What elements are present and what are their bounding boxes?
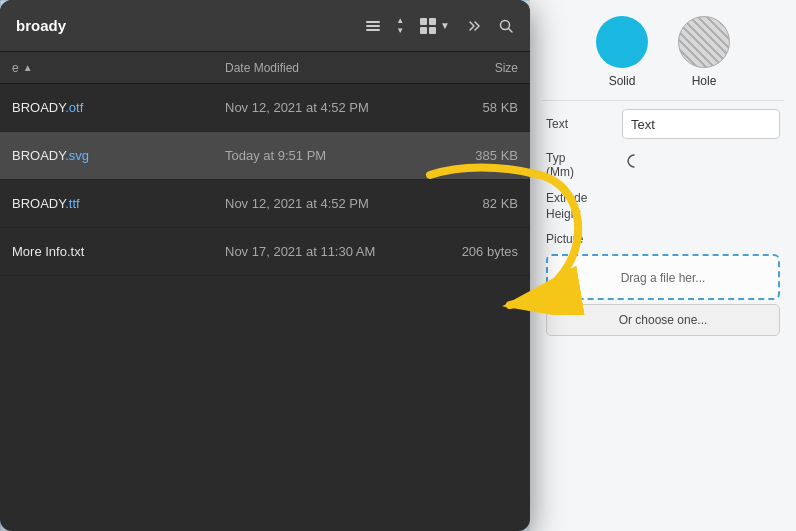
table-row[interactable]: BROADY.svg Today at 9:51 PM 385 KB (0, 132, 530, 180)
hole-shape-option[interactable]: Hole (678, 16, 730, 88)
col-size-header[interactable]: Size (438, 61, 518, 75)
hole-label: Hole (692, 74, 717, 88)
file-ext: .otf (65, 100, 83, 115)
solid-label: Solid (609, 74, 636, 88)
extrude-label: Extrude Height (546, 189, 622, 222)
file-size: 206 bytes (438, 244, 518, 259)
side-panel: Solid Hole Text Text Typ (Mm) (530, 0, 796, 531)
col-size-label: Size (495, 61, 518, 75)
text-label: Text (546, 117, 622, 131)
table-row[interactable]: BROADY.ttf Nov 12, 2021 at 4:52 PM 82 KB (0, 180, 530, 228)
shapes-selector: Solid Hole (542, 16, 784, 88)
search-icon[interactable] (498, 18, 514, 34)
col-date-header[interactable]: Date Modified (225, 61, 438, 75)
solid-circle (596, 16, 648, 68)
col-name-header[interactable]: e ▲ (12, 61, 225, 75)
table-row[interactable]: BROADY.otf Nov 12, 2021 at 4:52 PM 58 KB (0, 84, 530, 132)
file-name-text: More Info.txt (12, 244, 84, 259)
drag-drop-text: Drag a file her... (621, 271, 706, 285)
picture-field-row: Picture (542, 232, 784, 246)
file-name-text: BROADY (12, 100, 65, 115)
text-input[interactable]: Text (622, 109, 780, 139)
grid-icon (420, 18, 436, 34)
sort-asc-icon: ▲ (23, 62, 33, 73)
toolbar-icons: ▲ ▼ ▼ (366, 16, 514, 35)
file-name-text: BROADY (12, 196, 65, 211)
sort-direction-icon[interactable]: ▲ ▼ (396, 16, 404, 35)
col-name-label: e (12, 61, 19, 75)
hole-circle (678, 16, 730, 68)
type-icon (622, 149, 646, 173)
file-date: Nov 12, 2021 at 4:52 PM (225, 196, 438, 211)
text-field-row: Text Text (542, 109, 784, 139)
extrude-field-row: Extrude Height (542, 189, 784, 222)
list-lines-icon (366, 21, 380, 31)
svg-line-1 (509, 28, 513, 32)
file-ext: .svg (65, 148, 89, 163)
table-header: e ▲ Date Modified Size (0, 52, 530, 84)
divider-1 (542, 100, 784, 101)
type-field-row: Typ (Mm) (542, 149, 784, 179)
file-name: More Info.txt (12, 244, 225, 259)
app-title: broady (16, 17, 366, 34)
file-name: BROADY.ttf (12, 196, 225, 211)
or-choose-button[interactable]: Or choose one... (546, 304, 780, 336)
file-size: 58 KB (438, 100, 518, 115)
file-name: BROADY.svg (12, 148, 225, 163)
type-label: Typ (Mm) (546, 149, 622, 179)
solid-shape-option[interactable]: Solid (596, 16, 648, 88)
file-ext: .ttf (65, 196, 79, 211)
file-name-text: BROADY (12, 148, 65, 163)
file-date: Today at 9:51 PM (225, 148, 438, 163)
file-date: Nov 17, 2021 at 11:30 AM (225, 244, 438, 259)
file-list: BROADY.otf Nov 12, 2021 at 4:52 PM 58 KB… (0, 84, 530, 276)
file-manager-panel: broady ▲ ▼ ▼ (0, 0, 530, 531)
file-size: 385 KB (438, 148, 518, 163)
titlebar: broady ▲ ▼ ▼ (0, 0, 530, 52)
file-date: Nov 12, 2021 at 4:52 PM (225, 100, 438, 115)
text-input-value: Text (631, 117, 655, 132)
list-view-icon[interactable] (366, 21, 380, 31)
grid-dropdown-arrow: ▼ (440, 20, 450, 31)
forward-icon[interactable] (466, 18, 482, 34)
file-name: BROADY.otf (12, 100, 225, 115)
table-row[interactable]: More Info.txt Nov 17, 2021 at 11:30 AM 2… (0, 228, 530, 276)
or-choose-label: Or choose one... (619, 313, 708, 327)
drag-drop-area[interactable]: Drag a file her... (546, 254, 780, 300)
col-date-label: Date Modified (225, 61, 299, 75)
picture-label: Picture (546, 232, 622, 246)
grid-view-controls[interactable]: ▼ (420, 18, 450, 34)
file-size: 82 KB (438, 196, 518, 211)
